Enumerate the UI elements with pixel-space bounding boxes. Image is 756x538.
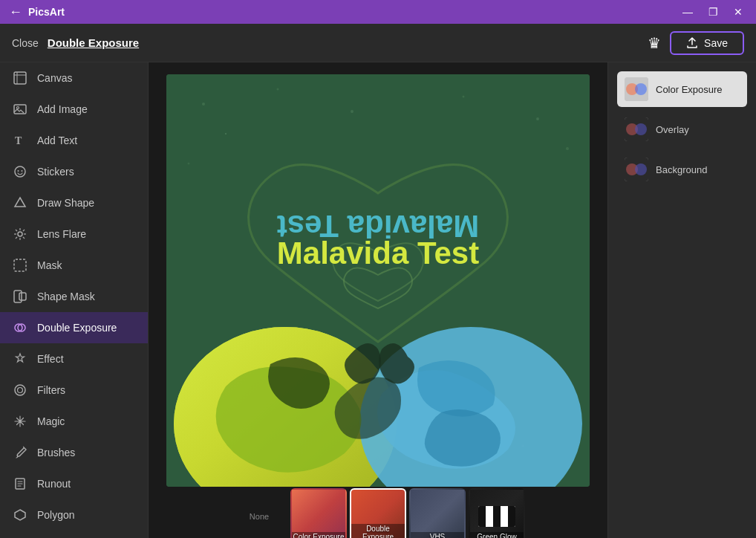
svg-point-50 — [635, 123, 647, 135]
sidebar-item-effect[interactable]: Effect — [0, 343, 148, 375]
sidebar-item-clone[interactable]: Clone — [0, 531, 148, 538]
add-image-icon — [12, 101, 28, 117]
sidebar-label-stickers: Stickers — [37, 166, 74, 178]
sidebar-label-add-text: Add Text — [37, 134, 77, 146]
sidebar-label-lens-flare: Lens Flare — [37, 228, 86, 240]
close-window-button[interactable]: ✕ — [729, 3, 747, 21]
svg-point-31 — [277, 88, 279, 91]
svg-marker-25 — [15, 510, 25, 520]
maximize-button[interactable]: ❐ — [704, 3, 722, 21]
svg-rect-17 — [14, 259, 26, 271]
overlay-thumb — [625, 117, 648, 141]
sidebar-label-polygon: Polygon — [37, 509, 75, 521]
sidebar-label-double-exposure: Double Exposure — [37, 322, 117, 334]
canvas-image: Malavida Test Malavida Test — [166, 74, 590, 487]
svg-point-53 — [635, 163, 647, 175]
sidebar-item-draw-shape[interactable]: Draw Shape — [0, 187, 148, 218]
svg-point-6 — [22, 170, 23, 172]
sidebar-item-add-text[interactable]: T Add Text — [0, 125, 148, 156]
sidebar-item-polygon[interactable]: Polygon — [0, 499, 148, 531]
sidebar-item-brushes[interactable]: Brushes — [0, 437, 148, 468]
shape-mask-icon — [12, 288, 28, 305]
svg-rect-19 — [19, 293, 26, 300]
editor-title: Double Exposure — [48, 36, 139, 49]
add-text-icon: T — [12, 132, 28, 149]
svg-point-4 — [15, 166, 25, 177]
sidebar-label-add-image: Add Image — [37, 103, 88, 115]
svg-point-8 — [18, 232, 22, 236]
film-vhs-label: VHS — [411, 532, 464, 538]
titlebar: ← PicsArt — ❐ ✕ — [0, 0, 756, 24]
panel-option-background[interactable]: Background — [617, 152, 747, 187]
film-item-vhs[interactable]: VHS — [409, 488, 466, 538]
svg-point-2 — [17, 107, 19, 109]
back-button[interactable]: ← — [9, 4, 22, 20]
svg-point-23 — [18, 388, 23, 393]
polygon-icon — [12, 507, 28, 523]
topbar-left: Close Double Exposure — [12, 36, 139, 49]
window-controls: — ❐ ✕ — [679, 3, 747, 21]
canvas-icon — [12, 70, 28, 86]
svg-point-30 — [202, 103, 205, 106]
double-exposure-icon — [12, 320, 28, 336]
svg-point-33 — [463, 96, 465, 98]
main-content: Canvas Add Image T Add Text Stickers Dra… — [0, 62, 756, 538]
svg-line-14 — [23, 237, 25, 239]
sidebar-label-shape-mask: Shape Mask — [37, 291, 95, 302]
color-exposure-label: Color Exposure — [656, 84, 723, 95]
sidebar-item-magic[interactable]: Magic — [0, 406, 148, 437]
svg-line-13 — [16, 230, 17, 231]
close-editor-button[interactable]: Close — [12, 37, 39, 49]
background-label: Background — [656, 164, 707, 175]
topbar: Close Double Exposure ♛ Save — [0, 24, 756, 62]
film-double-exposure-label: Double Exposure — [351, 524, 405, 538]
svg-line-15 — [23, 230, 25, 231]
canvas-wrapper: Malavida Test Malavida Test — [166, 74, 590, 538]
sidebar-item-mask[interactable]: Mask — [0, 250, 148, 281]
effect-icon — [12, 351, 28, 367]
sidebar: Canvas Add Image T Add Text Stickers Dra… — [0, 62, 149, 538]
svg-point-47 — [635, 83, 647, 95]
runout-icon — [12, 476, 28, 492]
sidebar-item-runout[interactable]: Runout — [0, 468, 148, 499]
color-exposure-thumb — [625, 77, 648, 101]
film-item-color-exposure[interactable]: Color Exposure — [290, 488, 347, 538]
panel-option-overlay[interactable]: Overlay — [617, 111, 747, 147]
sidebar-item-shape-mask[interactable]: Shape Mask — [0, 281, 148, 312]
film-item-none[interactable]: None — [231, 488, 287, 538]
sidebar-label-magic: Magic — [37, 415, 65, 427]
film-item-green-glow[interactable]: Green Glow — [469, 488, 525, 538]
sidebar-label-filters: Filters — [37, 384, 65, 396]
svg-point-35 — [188, 163, 190, 165]
film-item-double-exposure[interactable]: Double Exposure — [350, 488, 406, 538]
stickers-icon — [12, 163, 28, 180]
sidebar-item-stickers[interactable]: Stickers — [0, 156, 148, 187]
svg-point-5 — [18, 170, 19, 172]
lens-flare-icon — [12, 226, 28, 242]
sidebar-label-brushes: Brushes — [37, 447, 75, 458]
save-button[interactable]: Save — [670, 31, 744, 55]
sidebar-item-add-image[interactable]: Add Image — [0, 94, 148, 125]
crown-icon: ♛ — [648, 34, 661, 52]
mask-icon — [12, 257, 28, 273]
sidebar-item-filters[interactable]: Filters — [0, 375, 148, 406]
svg-rect-1 — [14, 105, 26, 114]
sidebar-item-double-exposure[interactable]: Double Exposure — [0, 312, 148, 343]
share-icon — [686, 37, 698, 49]
svg-text:T: T — [15, 135, 22, 146]
filters-icon — [12, 382, 28, 398]
sidebar-item-lens-flare[interactable]: Lens Flare — [0, 218, 148, 250]
film-green-glow-label: Green Glow — [470, 532, 524, 538]
film-color-exposure-label: Color Exposure — [292, 532, 345, 538]
topbar-right: ♛ Save — [648, 31, 744, 55]
panel-option-color-exposure[interactable]: Color Exposure — [617, 71, 747, 107]
overlay-label: Overlay — [656, 124, 689, 135]
sidebar-label-draw-shape: Draw Shape — [37, 197, 94, 209]
sidebar-item-canvas[interactable]: Canvas — [0, 62, 148, 94]
film-none-label: None — [250, 512, 269, 521]
canvas-area: Malavida Test Malavida Test — [149, 62, 607, 538]
sidebar-label-runout: Runout — [37, 478, 71, 490]
minimize-button[interactable]: — — [679, 3, 697, 21]
svg-point-32 — [351, 110, 353, 113]
svg-point-36 — [566, 147, 569, 150]
